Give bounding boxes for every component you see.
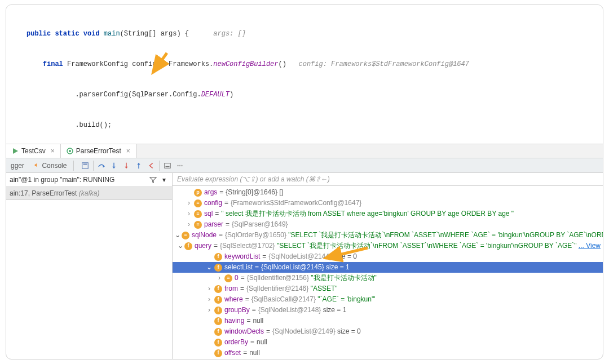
trace-icon[interactable] [175,161,184,170]
var-from[interactable]: › f from = {SqlIdentifier@2146} "ASSET" [173,283,603,294]
var-where[interactable]: › f where = {SqlBasicCall@2147} "`AGE` =… [173,294,603,305]
var-selectlist[interactable]: ⌄ f selectList = {SqlNodeList@2145} size… [173,262,603,273]
var-offset[interactable]: f offset = null [173,348,603,358]
var-config[interactable]: › ≡ config = {Frameworks$StdFrameworkCon… [173,198,603,208]
code-editor[interactable]: public static void main(String[] args) {… [6,5,603,144]
tab-label: ParseErrorTest [76,147,121,155]
field-icon: f [214,296,222,304]
expand-icon[interactable]: › [205,284,213,294]
field-icon: f [214,328,222,336]
svg-point-16 [178,165,179,166]
frames-panel: ain"@1 in group "main": RUNNING ▾ ain:17… [6,173,173,359]
svg-point-18 [182,165,183,166]
code-line: .build(); [21,120,603,130]
local-icon: ≡ [194,199,202,207]
var-windowdecls[interactable]: f windowDecls = {SqlNodeList@2149} size … [173,326,603,337]
console-icon [33,162,40,168]
var-query[interactable]: ⌄ f query = {SqlSelect@1702} "SELECT `我是… [173,241,603,251]
step-into-icon[interactable] [109,161,118,170]
collapse-icon[interactable]: ⌄ [205,263,213,272]
debug-icon [67,148,73,154]
close-icon[interactable]: × [126,147,130,155]
tab-label: TestCsv [21,147,46,155]
inline-hint: args: [] [201,30,246,38]
field-icon: f [214,307,222,314]
field-icon: f [214,285,222,293]
show-execution-icon[interactable] [81,161,90,170]
var-keywordlist[interactable]: f keywordList = {SqlNodeList@2144} size … [173,251,603,262]
chevron-down-icon[interactable]: ▾ [160,175,169,184]
expand-icon[interactable]: › [185,209,193,219]
svg-rect-15 [166,166,170,167]
field-icon: f [214,264,222,272]
thread-status: ain"@1 in group "main": RUNNING [10,176,114,184]
var-orderby[interactable]: f orderBy = null [173,337,603,348]
svg-marker-11 [125,166,128,168]
svg-marker-2 [13,148,18,154]
svg-rect-14 [165,163,171,168]
close-icon[interactable]: × [51,147,55,155]
svg-marker-13 [138,162,140,165]
var-groupby[interactable]: › f groupBy = {SqlNodeList@2148} size = … [173,305,603,316]
svg-point-17 [179,165,181,166]
local-icon: ≡ [182,232,189,239]
run-icon [12,148,19,154]
stack-frame[interactable]: ain:17, ParseErrorTest (kafka) [6,187,172,200]
local-icon: ≡ [194,210,202,218]
inline-hint: config: Frameworks$StdFrameworkConfig@16… [286,60,469,68]
expand-icon[interactable]: › [185,198,193,208]
tab-debugger[interactable]: gger [8,162,27,170]
tab-console[interactable]: Console [31,162,69,170]
field-icon: f [214,339,222,347]
expand-icon[interactable]: › [205,305,213,315]
tool-tabs: TestCsv × ParseErrorTest × [6,144,603,158]
field-icon: f [214,317,222,325]
var-selectlist-0[interactable]: › ≡ 0 = {SqlIdentifier@2156} "我是打卡活动卡活动" [173,273,603,283]
drop-frame-icon[interactable] [147,161,156,170]
var-parser[interactable]: › ≡ parser = {SqlParser@1649} [173,219,603,230]
svg-point-4 [69,150,71,152]
debug-subtabs: gger Console [6,158,603,173]
field-icon: f [214,349,222,357]
variables-panel: Evaluate expression (⌥⇧) or add a watch … [173,173,603,359]
expand-icon[interactable]: › [215,273,223,283]
index-icon: ≡ [224,274,232,282]
force-step-into-icon[interactable] [122,161,131,170]
svg-marker-9 [113,166,116,168]
var-sqlnode[interactable]: ⌄ ≡ sqlNode = {SqlOrderBy@1650} "SELECT … [173,230,603,241]
var-args[interactable]: p args = {String[0]@1646} [] [173,187,603,198]
tab-testcsv[interactable]: TestCsv × [6,144,61,158]
expand-icon[interactable]: › [205,295,213,304]
filter-icon[interactable] [148,175,157,184]
field-icon: f [184,242,192,250]
tab-parseerror[interactable]: ParseErrorTest × [61,144,136,158]
collapse-icon[interactable]: ⌄ [178,241,183,251]
var-having[interactable]: f having = null [173,316,603,326]
var-sql[interactable]: › ≡ sql = " select 我是打卡活动卡活动 from ASSET … [173,208,603,219]
step-over-icon[interactable] [97,161,106,170]
collapse-icon[interactable]: ⌄ [175,230,180,240]
var-fetch[interactable]: f fetch = null [173,358,603,359]
local-icon: ≡ [194,221,202,229]
step-out-icon[interactable] [134,161,143,170]
watch-input[interactable]: Evaluate expression (⌥⇧) or add a watch … [173,173,603,186]
param-icon: p [194,189,202,197]
view-link[interactable]: ... View [579,242,601,250]
svg-rect-5 [82,162,89,168]
field-icon: f [214,253,222,261]
evaluate-icon[interactable] [163,161,172,170]
svg-rect-6 [83,163,87,165]
expand-icon[interactable]: › [185,220,193,229]
